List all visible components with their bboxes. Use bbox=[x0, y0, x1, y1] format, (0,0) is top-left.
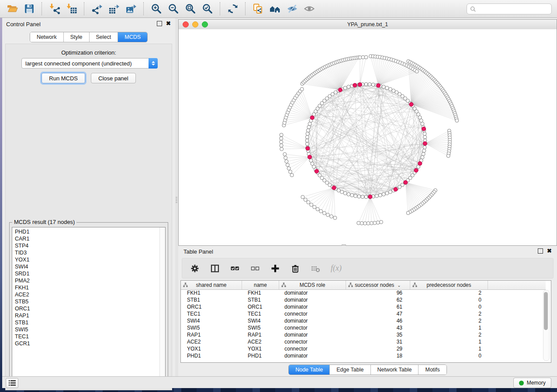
tab-edge-table[interactable]: Edge Table bbox=[329, 365, 370, 375]
cell-name[interactable]: PHD1 bbox=[242, 353, 278, 359]
network-leaf-node[interactable] bbox=[280, 147, 284, 151]
run-mcds-button[interactable]: Run MCDS bbox=[42, 73, 85, 83]
network-leaf-node[interactable] bbox=[287, 167, 291, 170]
network-node[interactable] bbox=[421, 122, 424, 126]
cell-predecessor-nodes[interactable]: 2 bbox=[408, 318, 486, 324]
network-node[interactable] bbox=[371, 83, 375, 86]
mcds-result-item[interactable]: PMA2 bbox=[12, 277, 159, 284]
cell-successor-nodes[interactable]: 31 bbox=[345, 339, 408, 345]
network-node[interactable] bbox=[307, 125, 311, 129]
network-leaf-node[interactable] bbox=[415, 69, 419, 73]
network-node[interactable] bbox=[382, 193, 385, 196]
network-node[interactable] bbox=[343, 192, 347, 195]
table-row[interactable]: FKH1FKH1dominator962 bbox=[181, 289, 551, 296]
mcds-hub-node[interactable] bbox=[409, 102, 413, 106]
network-leaf-node[interactable] bbox=[284, 156, 287, 160]
network-leaf-node[interactable] bbox=[376, 221, 380, 224]
table-row[interactable]: ORC1ORC1dominator610 bbox=[181, 303, 551, 310]
tab-select[interactable]: Select bbox=[89, 32, 118, 42]
network-node[interactable] bbox=[347, 193, 350, 196]
table-row[interactable]: PHD1PHD1dominator180 bbox=[181, 352, 551, 359]
cell-successor-nodes[interactable]: 96 bbox=[345, 290, 408, 296]
cell-MCDS-role[interactable]: connector bbox=[278, 339, 345, 345]
cell-MCDS-role[interactable]: dominator bbox=[278, 318, 345, 324]
network-node[interactable] bbox=[423, 135, 427, 139]
result-list-scrollbar[interactable] bbox=[159, 227, 165, 381]
save-session-icon[interactable] bbox=[23, 3, 35, 15]
cell-name[interactable]: YOX1 bbox=[242, 346, 278, 352]
cell-successor-nodes[interactable]: 18 bbox=[345, 353, 408, 359]
add-row-icon[interactable] bbox=[270, 263, 280, 274]
cell-MCDS-role[interactable]: dominator bbox=[278, 332, 345, 338]
network-leaf-node[interactable] bbox=[280, 133, 283, 137]
delete-rows-icon[interactable] bbox=[291, 263, 300, 274]
show-panels-button[interactable] bbox=[6, 378, 18, 388]
network-leaf-node[interactable] bbox=[286, 163, 289, 167]
cell-predecessor-nodes[interactable]: 1 bbox=[408, 339, 486, 345]
cell-name[interactable]: STB1 bbox=[242, 297, 278, 303]
column-header-successor-nodes[interactable]: successor nodes⌄ bbox=[346, 281, 410, 289]
export-image-icon[interactable] bbox=[125, 3, 137, 15]
network-node[interactable] bbox=[306, 132, 309, 135]
mcds-hub-node[interactable] bbox=[376, 83, 380, 87]
close-panel-icon[interactable]: ✖ bbox=[166, 21, 171, 26]
mcds-result-item[interactable]: RAP1 bbox=[12, 312, 159, 319]
network-node[interactable] bbox=[378, 193, 382, 197]
tab-network-table[interactable]: Network Table bbox=[370, 365, 419, 375]
zoom-in-icon[interactable] bbox=[150, 3, 163, 15]
show-all-icon[interactable] bbox=[303, 3, 315, 15]
network-node[interactable] bbox=[423, 146, 426, 149]
network-leaf-node[interactable] bbox=[283, 152, 287, 156]
mcds-result-item[interactable]: GCR1 bbox=[12, 340, 159, 347]
network-node[interactable] bbox=[388, 190, 392, 194]
network-graph[interactable] bbox=[179, 29, 557, 246]
mcds-hub-node[interactable] bbox=[353, 83, 357, 87]
mcds-hub-node[interactable] bbox=[338, 88, 342, 92]
cell-shared-name[interactable]: ACE2 bbox=[181, 339, 242, 345]
network-node[interactable] bbox=[385, 192, 389, 195]
cell-name[interactable]: SWI5 bbox=[242, 325, 278, 331]
search-box[interactable] bbox=[467, 3, 552, 14]
cell-shared-name[interactable]: PHD1 bbox=[181, 353, 242, 359]
hide-selected-icon[interactable] bbox=[286, 3, 298, 15]
table-row[interactable]: ACE2ACE2connector311 bbox=[181, 338, 551, 345]
network-node[interactable] bbox=[354, 194, 357, 198]
network-leaf-node[interactable] bbox=[280, 140, 283, 144]
tab-mcds[interactable]: MCDS bbox=[118, 32, 147, 42]
network-leaf-node[interactable] bbox=[280, 137, 283, 140]
network-leaf-node[interactable] bbox=[363, 222, 367, 225]
network-node[interactable] bbox=[364, 83, 368, 86]
cell-successor-nodes[interactable]: 47 bbox=[345, 311, 408, 317]
network-leaf-node[interactable] bbox=[333, 216, 337, 220]
cell-predecessor-nodes[interactable]: 0 bbox=[408, 304, 486, 310]
mcds-hub-node[interactable] bbox=[422, 127, 426, 131]
network-node[interactable] bbox=[422, 152, 425, 156]
network-node[interactable] bbox=[305, 135, 309, 139]
cell-predecessor-nodes[interactable]: 1 bbox=[408, 325, 486, 331]
table-row[interactable]: TEC1TEC1connector472 bbox=[181, 310, 551, 317]
cell-shared-name[interactable]: SWI4 bbox=[181, 318, 242, 324]
tab-network[interactable]: Network bbox=[30, 32, 63, 42]
mcds-hub-node[interactable] bbox=[418, 162, 422, 165]
cell-MCDS-role[interactable]: dominator bbox=[278, 290, 345, 296]
criterion-dropdown[interactable]: largest connected component (undirected) bbox=[21, 58, 158, 69]
network-leaf-node[interactable] bbox=[280, 144, 283, 147]
mcds-result-item[interactable]: SWI4 bbox=[12, 263, 159, 270]
network-leaf-node[interactable] bbox=[330, 215, 333, 218]
table-row[interactable]: YOX1YOX1connector291 bbox=[181, 345, 551, 352]
network-leaf-node[interactable] bbox=[322, 211, 326, 215]
network-node[interactable] bbox=[343, 86, 347, 89]
network-node[interactable] bbox=[305, 142, 309, 146]
cell-MCDS-role[interactable]: connector bbox=[278, 346, 345, 352]
network-leaf-node[interactable] bbox=[316, 207, 319, 211]
table-row[interactable]: STB1STB1dominator620 bbox=[181, 296, 551, 303]
tab-motifs[interactable]: Motifs bbox=[418, 365, 446, 375]
mcds-hub-node[interactable] bbox=[306, 146, 310, 150]
network-leaf-node[interactable] bbox=[319, 210, 323, 213]
refresh-view-icon[interactable] bbox=[226, 3, 239, 15]
network-leaf-node[interactable] bbox=[367, 222, 370, 225]
cell-shared-name[interactable]: FKH1 bbox=[181, 290, 242, 296]
network-node[interactable] bbox=[308, 122, 311, 126]
column-header-shared-name[interactable]: shared name bbox=[181, 281, 242, 289]
table-row[interactable]: SWI5SWI5connector431 bbox=[181, 324, 551, 331]
